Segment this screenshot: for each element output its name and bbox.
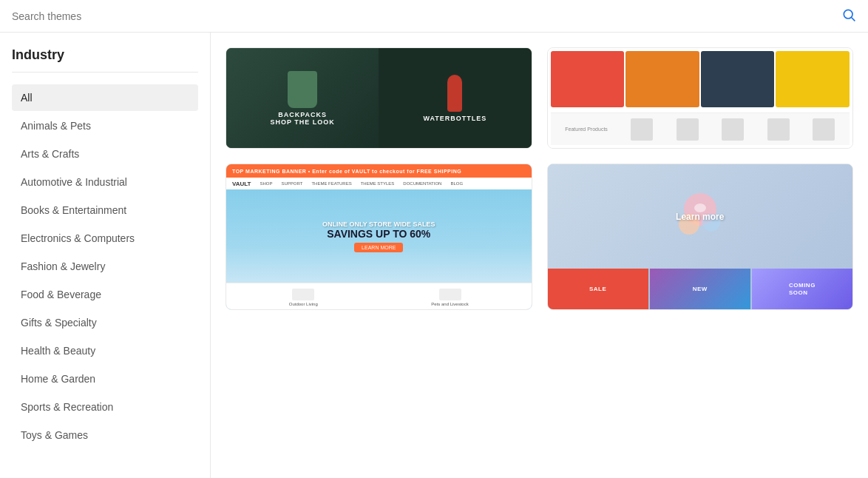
svg-point-0 xyxy=(844,10,852,18)
sidebar-item-sports-recreation[interactable]: Sports & Recreation xyxy=(12,394,198,420)
vault-hero-tagline: ONLINE ONLY STORE WIDE SALES xyxy=(322,221,435,228)
chiara-main-area: Learn more xyxy=(548,164,853,269)
camden-top xyxy=(551,51,850,107)
top-bar xyxy=(0,0,868,33)
vault-section-outdoor: Outdoor Living xyxy=(289,287,318,306)
roots-info: Roots Original includes 1 styles Free xyxy=(226,148,532,149)
camden-product-4 xyxy=(767,118,790,141)
sidebar-item-fashion-jewelry[interactable]: Fashion & Jewelry xyxy=(12,253,198,280)
main-content: Industry All Animals & Pets Arts & Craft… xyxy=(0,33,868,478)
sidebar-item-books-entertainment[interactable]: Books & Entertainment xyxy=(12,197,198,223)
chiara-learn-more: Learn more xyxy=(676,212,724,222)
chiara-cell-new: NEW xyxy=(650,269,750,309)
vault-nav-support: SUPPORT xyxy=(282,181,303,186)
vault-nav-shop: SHOP xyxy=(260,181,272,186)
camden-product-2 xyxy=(677,118,699,141)
camden-cell-dark xyxy=(701,51,775,107)
vault-nav-styles: THEME STYLES xyxy=(361,181,395,186)
vault-outdoor-icon xyxy=(292,289,314,300)
sidebar-item-gifts-specialty[interactable]: Gifts & Specialty xyxy=(12,309,198,336)
roots-right-panel: WATERBOTTLES xyxy=(379,48,531,148)
sidebar-item-health-beauty[interactable]: Health & Beauty xyxy=(12,337,198,364)
theme-preview-roots: BACKPACKSSHOP THE LOOK WATERBOTTLES xyxy=(226,48,532,148)
theme-card-roots-original[interactable]: BACKPACKSSHOP THE LOOK WATERBOTTLES Root… xyxy=(226,47,532,149)
theme-grid: BACKPACKSSHOP THE LOOK WATERBOTTLES Root… xyxy=(211,33,868,478)
sidebar-item-automotive-industrial[interactable]: Automotive & Industrial xyxy=(12,169,198,195)
theme-card-chiara-toys[interactable]: Learn more SALE NEW COMING SOON Chiara T… xyxy=(547,164,854,310)
vault-nav-blog: BLOG xyxy=(450,181,463,186)
vault-hero-cta: LEARN MORE xyxy=(354,243,403,252)
sidebar-item-all[interactable]: All xyxy=(12,84,198,111)
sidebar: Industry All Animals & Pets Arts & Craft… xyxy=(0,33,211,478)
camden-cell-red xyxy=(551,51,625,107)
vault-info: Vault Bright includes 3 styles Free xyxy=(226,309,532,310)
vault-pets-icon xyxy=(439,289,461,300)
vault-nav: VAULT SHOP SUPPORT THEME FEATURES THEME … xyxy=(226,178,532,189)
vault-section-pets: Pets and Livestock xyxy=(431,287,468,306)
search-button[interactable] xyxy=(841,7,856,24)
camden-cell-yellow xyxy=(776,51,850,107)
roots-bottle-icon xyxy=(447,75,462,112)
vault-nav-docs: DOCUMENTATION xyxy=(403,181,441,186)
roots-backpack-section: BACKPACKSSHOP THE LOOK xyxy=(226,48,379,148)
camden-product-5 xyxy=(813,118,835,141)
sidebar-item-animals-pets[interactable]: Animals & Pets xyxy=(12,112,198,139)
vault-banner-text: TOP MARKETING BANNER • Enter code of VAU… xyxy=(232,169,461,174)
camden-featured-label: Featured Products xyxy=(565,127,608,132)
vault-nav-features: THEME FEATURES xyxy=(311,181,351,186)
vault-logo: VAULT xyxy=(232,181,251,187)
sidebar-item-arts-crafts[interactable]: Arts & Crafts xyxy=(12,141,198,167)
sidebar-item-food-beverage[interactable]: Food & Beverage xyxy=(12,281,198,308)
sidebar-item-home-garden[interactable]: Home & Garden xyxy=(12,366,198,392)
roots-left-panel: BACKPACKSSHOP THE LOOK xyxy=(226,48,379,148)
vault-bottom: Outdoor Living Pets and Livestock xyxy=(226,283,532,309)
chiara-info: Chiara Toys includes 4 styles $195 USD xyxy=(548,309,853,310)
theme-preview-vault: TOP MARKETING BANNER • Enter code of VAU… xyxy=(226,164,532,309)
theme-preview-camden: Featured Products xyxy=(548,48,853,148)
vault-hero-savings: SAVINGS UP TO 60% xyxy=(327,228,430,240)
roots-backpack-label: BACKPACKSSHOP THE LOOK xyxy=(270,111,334,126)
camden-product-3 xyxy=(722,118,744,141)
vault-hero: ONLINE ONLY STORE WIDE SALES SAVINGS UP … xyxy=(226,189,532,283)
camden-info: Camden Marketplace includes 4 styles $23… xyxy=(548,148,853,149)
theme-card-camden-marketplace[interactable]: Featured Products Camden Marketplace inc… xyxy=(547,47,854,149)
sidebar-item-toys-games[interactable]: Toys & Games xyxy=(12,422,198,448)
svg-line-1 xyxy=(852,18,855,21)
sidebar-title: Industry xyxy=(12,47,198,73)
chiara-cell-sale: SALE xyxy=(548,269,648,309)
chiara-bottom-grid: SALE NEW COMING SOON xyxy=(548,269,853,309)
search-icon xyxy=(841,7,856,22)
search-input[interactable] xyxy=(12,10,160,22)
roots-bottle-label: WATERBOTTLES xyxy=(423,115,486,122)
chiara-cell-coming-soon: COMING SOON xyxy=(752,269,852,309)
camden-product-1 xyxy=(631,118,653,141)
vault-header-banner: TOP MARKETING BANNER • Enter code of VAU… xyxy=(226,164,532,178)
sidebar-item-electronics-computers[interactable]: Electronics & Computers xyxy=(12,225,198,252)
theme-preview-chiara: Learn more SALE NEW COMING SOON xyxy=(548,164,853,309)
camden-bottom: Featured Products xyxy=(551,112,850,145)
theme-card-vault-bright[interactable]: TOP MARKETING BANNER • Enter code of VAU… xyxy=(226,164,532,310)
roots-backpack-icon xyxy=(288,71,317,108)
camden-cell-orange xyxy=(625,51,699,107)
